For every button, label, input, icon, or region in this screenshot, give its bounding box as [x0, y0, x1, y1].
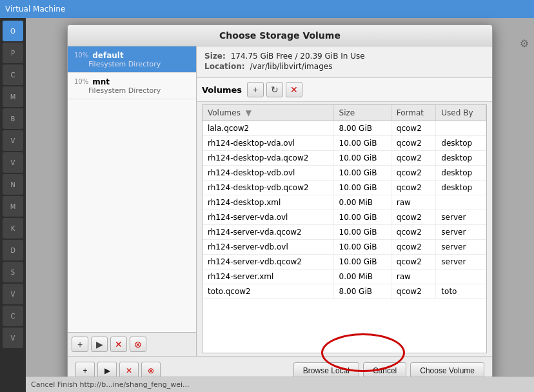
cell-used_by — [436, 270, 486, 284]
sidebar-icon-14[interactable]: C — [3, 306, 23, 326]
volumes-table-container[interactable]: Volumes ▼ Size Format Used By lala.qcow2… — [202, 104, 487, 353]
cell-format: qcow2 — [391, 284, 436, 299]
sidebar-icon-9[interactable]: M — [3, 196, 23, 217]
location-label: Location: — [204, 62, 245, 71]
pool-item-mnt[interactable]: 10% mnt Filesystem Directory — [68, 73, 196, 99]
cell-used_by — [436, 121, 486, 136]
sidebar-icon-4[interactable]: M — [3, 86, 23, 107]
size-value: 174.75 GiB Free / 20.39 GiB In Use — [231, 52, 365, 61]
cell-name: toto.qcow2 — [203, 284, 333, 299]
add-pool-button[interactable]: + — [72, 337, 88, 352]
col-header-used-by: Used By — [436, 105, 486, 121]
cell-used_by: desktop — [436, 181, 486, 195]
sidebar-icon-5[interactable]: B — [3, 108, 23, 129]
sidebar-icon-3[interactable]: C — [3, 64, 23, 85]
cell-name: rh124-server-vdb.ovl — [203, 240, 333, 255]
cell-size: 10.00 GiB — [333, 255, 391, 270]
cell-format: qcow2 — [391, 151, 436, 166]
table-row[interactable]: rh124-desktop-vdb.ovl10.00 GiBqcow2deskt… — [203, 166, 486, 181]
delete-volume-button[interactable]: ✕ — [286, 82, 302, 97]
cell-name: rh124-server.xml — [203, 270, 333, 284]
cell-size: 10.00 GiB — [333, 151, 391, 166]
col-header-volumes[interactable]: Volumes ▼ — [203, 105, 333, 121]
sidebar-icon-12[interactable]: S — [3, 262, 23, 282]
cell-format: raw — [391, 195, 436, 210]
sidebar-icon-7[interactable]: V — [3, 152, 23, 173]
window-title-bar: Virtual Machine — [0, 0, 534, 18]
table-row[interactable]: rh124-server-vdb.qcow210.00 GiBqcow2serv… — [203, 255, 486, 270]
table-row[interactable]: rh124-server.xml0.00 MiBraw — [203, 270, 486, 284]
volumes-label: Volumes — [202, 85, 242, 95]
cell-name: lala.qcow2 — [203, 121, 333, 136]
table-row[interactable]: rh124-desktop-vda.qcow210.00 GiBqcow2des… — [203, 151, 486, 166]
cell-format: qcow2 — [391, 121, 436, 136]
pool-type-default: Filesystem Directory — [88, 60, 190, 68]
cell-used_by: desktop — [436, 151, 486, 166]
cell-name: rh124-server-vdb.qcow2 — [203, 255, 333, 270]
delete-pool-button[interactable]: ⊗ — [130, 337, 146, 352]
dialog-title: Choose Storage Volume — [68, 25, 492, 46]
cell-size: 10.00 GiB — [333, 166, 391, 181]
dialog-body: 10% default Filesystem Directory 10% mnt… — [68, 46, 492, 356]
cell-used_by: server — [436, 210, 486, 225]
sidebar-icon-13[interactable]: V — [3, 284, 23, 304]
sidebar-icon-2[interactable]: P — [3, 43, 23, 63]
table-row[interactable]: rh124-server-vdb.ovl10.00 GiBqcow2server — [203, 240, 486, 255]
location-value: /var/lib/libvirt/images — [250, 62, 333, 71]
sidebar-icon-8[interactable]: N — [3, 174, 23, 195]
table-row[interactable]: rh124-server-vda.qcow210.00 GiBqcow2serv… — [203, 225, 486, 240]
cell-size: 10.00 GiB — [333, 225, 391, 240]
volumes-panel: Size: 174.75 GiB Free / 20.39 GiB In Use… — [197, 46, 492, 356]
cell-size: 10.00 GiB — [333, 181, 391, 195]
add-volume-button[interactable]: + — [247, 82, 264, 97]
pool-name-mnt: mnt — [92, 77, 110, 86]
cell-format: qcow2 — [391, 166, 436, 181]
table-row[interactable]: toto.qcow28.00 GiBqcow2toto — [203, 284, 486, 299]
cell-used_by — [436, 195, 486, 210]
col-header-format: Format — [391, 105, 436, 121]
cell-format: raw — [391, 270, 436, 284]
pool-type-mnt: Filesystem Directory — [88, 86, 190, 95]
table-row[interactable]: rh124-desktop-vda.ovl10.00 GiBqcow2deskt… — [203, 136, 486, 151]
volumes-table: Volumes ▼ Size Format Used By lala.qcow2… — [203, 105, 486, 299]
sidebar-icon-11[interactable]: D — [3, 240, 23, 260]
table-row[interactable]: rh124-desktop-vdb.qcow210.00 GiBqcow2des… — [203, 181, 486, 195]
volumes-toolbar: Volumes + ↻ ✕ — [197, 78, 492, 102]
sidebar-icon-15[interactable]: V — [3, 328, 23, 348]
cell-format: qcow2 — [391, 136, 436, 151]
background-window: Virtual Machine O P C M B V V N M K D S … — [0, 0, 534, 392]
cell-format: qcow2 — [391, 240, 436, 255]
cell-name: rh124-desktop-vdb.qcow2 — [203, 181, 333, 195]
window-title: Virtual Machine — [5, 5, 65, 14]
cell-size: 0.00 MiB — [333, 195, 391, 210]
cell-name: rh124-desktop-vdb.ovl — [203, 166, 333, 181]
cell-size: 8.00 GiB — [333, 284, 391, 299]
storage-pools-panel: 10% default Filesystem Directory 10% mnt… — [68, 46, 197, 356]
cell-size: 0.00 MiB — [333, 270, 391, 284]
status-bar: Cancel Finish http://b...ine/shang_feng_… — [26, 377, 534, 392]
table-row[interactable]: rh124-desktop.xml0.00 MiBraw — [203, 195, 486, 210]
pool-usage-mnt: 10% — [74, 78, 88, 85]
table-row[interactable]: rh124-server-vda.ovl10.00 GiBqcow2server — [203, 210, 486, 225]
cell-used_by: desktop — [436, 166, 486, 181]
sidebar-icon-1[interactable]: O — [3, 21, 23, 41]
cell-used_by: server — [436, 225, 486, 240]
sidebar-icon-6[interactable]: V — [3, 130, 23, 151]
stop-pool-button[interactable]: ✕ — [110, 337, 127, 352]
play-pool-button[interactable]: ▶ — [91, 337, 108, 352]
main-content: ⚙ Choose Storage Volume 10% default — [26, 18, 534, 392]
table-row[interactable]: lala.qcow28.00 GiBqcow2 — [203, 121, 486, 136]
pool-name-default: default — [92, 51, 123, 60]
sidebar-icon-10[interactable]: K — [3, 218, 23, 239]
cell-size: 10.00 GiB — [333, 210, 391, 225]
cell-size: 10.00 GiB — [333, 136, 391, 151]
cell-name: rh124-desktop.xml — [203, 195, 333, 210]
pool-item-default[interactable]: 10% default Filesystem Directory — [68, 46, 196, 73]
cell-name: rh124-server-vda.qcow2 — [203, 225, 333, 240]
size-label: Size: — [204, 52, 226, 61]
refresh-volume-button[interactable]: ↻ — [266, 82, 283, 97]
status-bar-text: Cancel Finish http://b...ine/shang_feng_… — [31, 380, 190, 389]
cell-used_by: server — [436, 255, 486, 270]
left-sidebar: O P C M B V V N M K D S V C V — [0, 18, 26, 392]
cell-size: 10.00 GiB — [333, 240, 391, 255]
